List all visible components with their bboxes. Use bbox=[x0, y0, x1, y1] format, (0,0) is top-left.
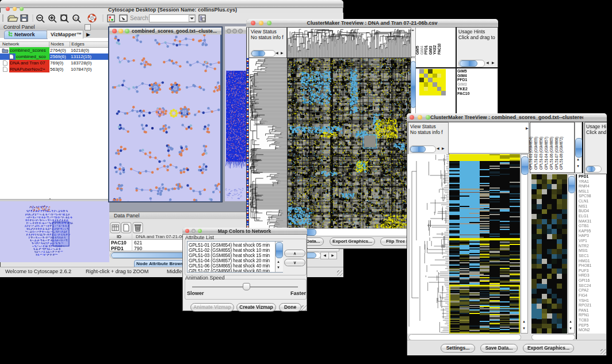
svg-text:1:1: 1:1 bbox=[75, 17, 79, 20]
